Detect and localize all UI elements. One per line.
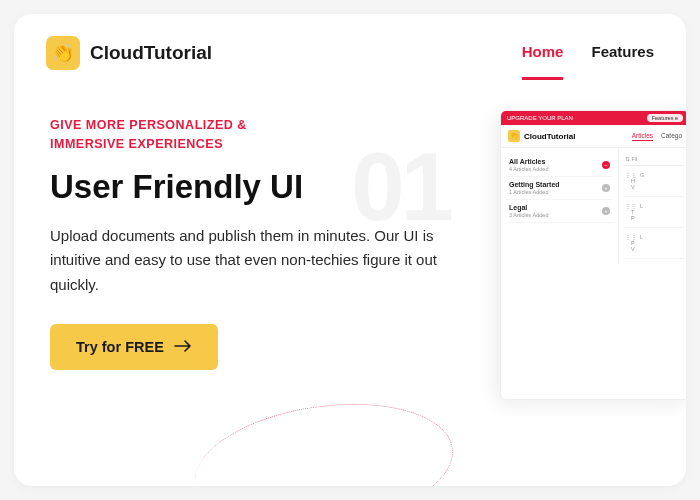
try-free-button[interactable]: Try for FREE [50,324,218,370]
nav-home[interactable]: Home [522,43,564,64]
brand[interactable]: 👏 CloudTutorial [46,36,212,70]
preview-item-title: All Articles [509,158,548,165]
preview-header: 👏 CloudTutorial Articles Catego [501,125,686,148]
nav: Home Features [522,43,654,64]
preview-list: ⇅ Fil ⋮⋮ G H V ⋮⋮ L T P ⋮⋮ L P V [619,148,686,264]
preview-tabs: Articles Catego [632,132,682,141]
preview-tab-articles: Articles [632,132,653,141]
preview-features-pill: Features e [647,114,683,122]
list-item: ⋮⋮ L P V [623,228,685,259]
preview-brand: CloudTutorial [524,132,575,141]
app-preview: UPGRADE YOUR PLAN Features e 👏 CloudTuto… [500,110,686,400]
upgrade-banner: UPGRADE YOUR PLAN [507,115,573,121]
header: 👏 CloudTutorial Home Features [14,14,686,88]
preview-item-sub: 3 Articles Added [509,212,548,218]
preview-topbar: UPGRADE YOUR PLAN Features e [501,111,686,125]
landing-card: 👏 CloudTutorial Home Features GIVE MORE … [14,14,686,486]
preview-tab-categories: Catego [661,132,682,141]
preview-logo-icon: 👏 [508,130,520,142]
cta-label: Try for FREE [76,339,164,355]
hero-heading: User Friendly UI [50,168,650,206]
arrow-right-icon [174,339,192,355]
nav-features[interactable]: Features [591,43,654,64]
decorative-dotted-arc [187,388,461,486]
preview-body: All Articles4 Articles Added – Getting S… [501,148,686,264]
plus-icon: + [602,207,610,215]
preview-sidebar: All Articles4 Articles Added – Getting S… [501,148,619,264]
logo-icon: 👏 [46,36,80,70]
brand-name: CloudTutorial [90,42,212,64]
preview-filter: ⇅ Fil [623,153,685,166]
